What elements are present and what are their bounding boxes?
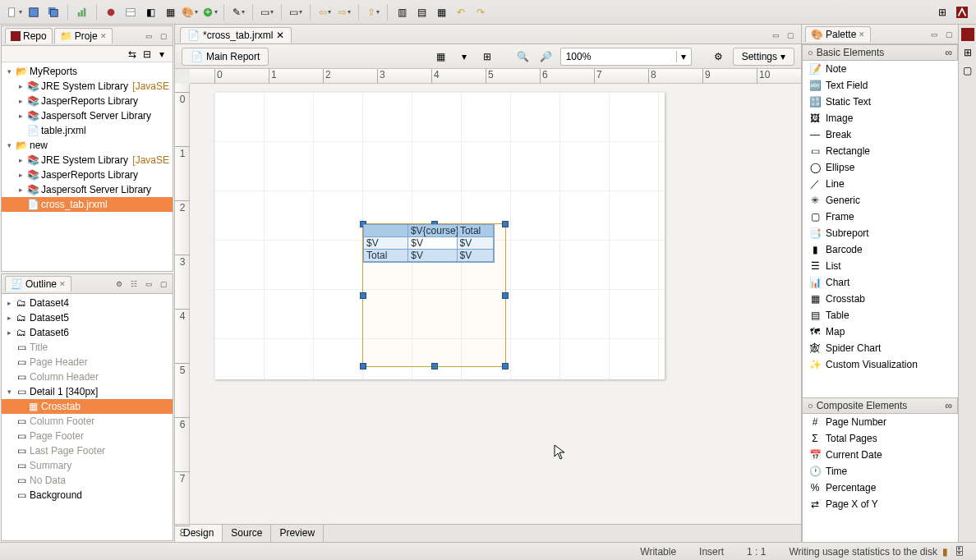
grid-icon[interactable]: ▦ <box>432 48 450 66</box>
forward-icon[interactable]: ⇨ <box>335 3 353 21</box>
tree-item-jre-system-library[interactable]: ▸📚JRE System Library[JavaSE <box>2 153 173 168</box>
palette-item-generic[interactable]: ✳Generic <box>803 192 958 209</box>
tree-item-dataset4[interactable]: ▸🗂Dataset4 <box>2 296 173 310</box>
outline-tree[interactable]: ▸🗂Dataset4▸🗂Dataset5▸🗂Dataset6▭Title▭Pag… <box>2 294 173 540</box>
grid2-icon[interactable]: ⊞ <box>478 48 496 66</box>
table-icon[interactable] <box>122 3 140 21</box>
align2-icon[interactable]: ▤ <box>412 3 430 21</box>
palette-tb-icon[interactable]: 🎨 <box>181 3 199 21</box>
tree-item-table-jrxml[interactable]: 📄table.jrxml <box>2 123 173 138</box>
collapse-all-icon[interactable]: ⊟ <box>141 48 153 60</box>
palette-item-map[interactable]: 🗺Map <box>803 324 958 340</box>
perspective-icon[interactable]: ⊞ <box>933 3 951 21</box>
align1-icon[interactable]: ▥ <box>393 3 411 21</box>
palette-item-spider-chart[interactable]: 🕸Spider Chart <box>803 340 958 356</box>
tab-source[interactable]: Source <box>223 525 271 542</box>
back-icon[interactable]: ⇦ <box>315 3 334 21</box>
editor-tab-crosstab[interactable]: 📄*cross_tab.jrxml✕ <box>180 27 292 43</box>
palette-item-frame[interactable]: ▢Frame <box>803 209 958 225</box>
palette-item-break[interactable]: —Break <box>803 126 958 143</box>
tab-project[interactable]: 📁Proje✕ <box>54 28 113 44</box>
project-tree[interactable]: ▾📂MyReports▸📚JRE System Library[JavaSE▸📚… <box>2 62 173 271</box>
palette-section-basic[interactable]: ○ Basic Elements∞ <box>802 44 958 61</box>
editor-min-icon[interactable]: ▭ <box>770 30 781 41</box>
chart-icon[interactable] <box>73 3 91 21</box>
outline-max-icon[interactable]: ▢ <box>158 278 169 290</box>
palette-item-image[interactable]: 🖼Image <box>803 110 958 126</box>
zoom-input[interactable] <box>561 51 676 62</box>
status-db-icon[interactable]: 🗄 <box>955 546 964 558</box>
palette-item-chart[interactable]: 📊Chart <box>803 274 958 291</box>
tree-item-jaspersoft-server-library[interactable]: ▸📚Jaspersoft Server Library <box>2 108 173 123</box>
tree-item-detail-1-340px-[interactable]: ▾▭Detail 1 [340px] <box>2 384 173 399</box>
tree-item-column-footer[interactable]: ▭Column Footer <box>2 414 173 429</box>
palette-item-text-field[interactable]: 🔤Text Field <box>803 77 958 94</box>
main-report-button[interactable]: 📄Main Report <box>182 48 269 66</box>
palette-item-static-text[interactable]: 🔡Static Text <box>803 94 958 110</box>
tree-item-page-footer[interactable]: ▭Page Footer <box>2 429 173 443</box>
palette-item-current-date[interactable]: 📅Current Date <box>803 447 958 463</box>
palette-item-note[interactable]: 📝Note <box>803 61 958 77</box>
tree-item-background[interactable]: ▭Background <box>2 488 173 503</box>
window-icon[interactable]: ▦ <box>161 3 179 21</box>
palette-item-subreport[interactable]: 📑Subreport <box>803 225 958 241</box>
tree-item-no-data[interactable]: ▭No Data <box>2 473 173 488</box>
nav-icon[interactable]: ◧ <box>141 3 159 21</box>
tree-item-dataset5[interactable]: ▸🗂Dataset5 <box>2 310 173 325</box>
strip-link-icon[interactable]: ⊞ <box>961 46 974 59</box>
redo-icon[interactable]: ↷ <box>472 3 490 21</box>
palette-item-percentage[interactable]: %Percentage <box>803 480 958 496</box>
tab-preview[interactable]: Preview <box>271 525 324 542</box>
tree-item-page-header[interactable]: ▭Page Header <box>2 355 173 370</box>
add-icon[interactable]: + <box>200 3 219 21</box>
zoom-out-icon[interactable]: 🔎 <box>537 48 555 66</box>
zoom-dropdown-icon[interactable]: ▾ <box>676 51 691 62</box>
tab-palette[interactable]: 🎨Palette✕ <box>805 26 871 42</box>
save-all-button[interactable] <box>44 3 62 21</box>
tree-item-column-header[interactable]: ▭Column Header <box>2 370 173 384</box>
selection-box[interactable]: $V{course} Total $V $V $V Total $V <box>362 223 506 367</box>
report-page[interactable]: $V{course} Total $V $V $V Total $V <box>214 92 665 379</box>
maximize-icon[interactable]: ▢ <box>158 30 169 42</box>
palette-item-crosstab[interactable]: ▦Crosstab <box>803 291 958 307</box>
link-editor-icon[interactable]: ⇆ <box>127 48 138 60</box>
save-button[interactable] <box>25 3 43 21</box>
tree-item-myreports[interactable]: ▾📂MyReports <box>2 64 173 79</box>
palette-item-total-pages[interactable]: ΣTotal Pages <box>803 430 958 447</box>
undo-icon[interactable]: ↶ <box>452 3 470 21</box>
tree-item-summary[interactable]: ▭Summary <box>2 458 173 473</box>
tab-outline[interactable]: 🧾Outline✕ <box>5 276 71 291</box>
ruler-icon[interactable]: ▾ <box>455 48 473 66</box>
palette-item-custom-visualization[interactable]: ✨Custom Visualization <box>803 356 958 373</box>
palette-item-barcode[interactable]: ▮Barcode <box>803 241 958 258</box>
palette-min-icon[interactable]: ▭ <box>928 29 940 40</box>
palette-max-icon[interactable]: ▢ <box>943 29 955 40</box>
style-icon[interactable]: ▭ <box>258 3 276 21</box>
tree-item-title[interactable]: ▭Title <box>2 340 173 355</box>
tree-item-last-page-footer[interactable]: ▭Last Page Footer <box>2 443 173 458</box>
palette-item-list[interactable]: ☰List <box>803 258 958 274</box>
tree-item-new[interactable]: ▾📂new <box>2 138 173 153</box>
view-menu-icon[interactable]: ▾ <box>156 48 168 60</box>
strip-max-icon[interactable]: ▢ <box>961 64 974 77</box>
align3-icon[interactable]: ▦ <box>432 3 450 21</box>
strip-logo-icon[interactable] <box>961 28 974 41</box>
palette-section-composite[interactable]: ○ Composite Elements∞ <box>802 397 958 414</box>
app-logo-icon[interactable] <box>953 3 971 21</box>
up-icon[interactable]: ⇧ <box>364 3 382 21</box>
palette-item-rectangle[interactable]: ▭Rectangle <box>803 143 958 159</box>
zoom-combo[interactable]: ▾ <box>560 48 692 66</box>
tab-repo[interactable]: Repo <box>5 28 53 44</box>
style2-icon[interactable]: ▭ <box>287 3 305 21</box>
tree-item-jre-system-library[interactable]: ▸📚JRE System Library[JavaSE <box>2 79 173 94</box>
tree-item-crosstab[interactable]: ▦Crosstab <box>2 399 173 414</box>
palette-item-page-x-of-y[interactable]: ⇄Page X of Y <box>803 496 958 512</box>
crosstab-element[interactable]: $V{course} Total $V $V $V Total $V <box>363 224 495 263</box>
outline-settings1-icon[interactable]: ⚙ <box>113 278 125 290</box>
tree-item-jasperreports-library[interactable]: ▸📚JasperReports Library <box>2 94 173 108</box>
outline-min-icon[interactable]: ▭ <box>143 278 154 290</box>
design-canvas[interactable]: $V{course} Total $V $V $V Total $V <box>190 84 801 524</box>
new-button[interactable] <box>5 3 23 21</box>
tree-item-dataset6[interactable]: ▸🗂Dataset6 <box>2 325 173 340</box>
palette-item-time[interactable]: 🕐Time <box>803 463 958 480</box>
